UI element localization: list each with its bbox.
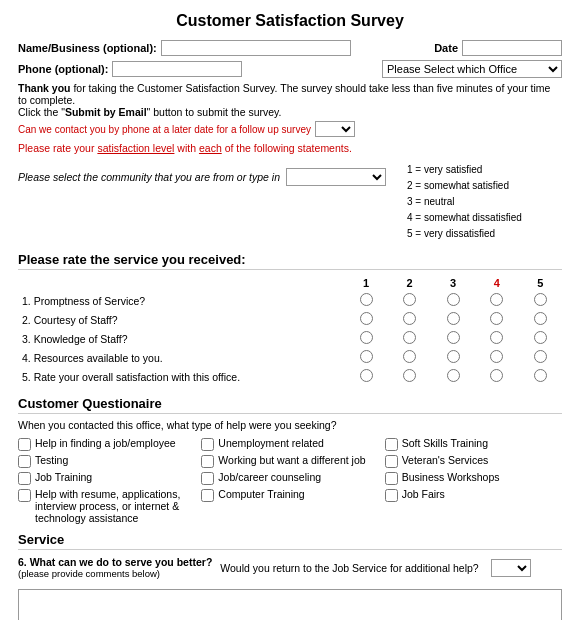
serve-row: 6. What can we do to serve you better? (… [18, 556, 562, 579]
rating-table: 1 2 3 4 5 1. Promptness of Service? 2. C… [18, 275, 562, 386]
checkbox-item-job-fairs: Job Fairs [385, 488, 562, 524]
checkbox-soft-skills-label: Soft Skills Training [402, 437, 488, 449]
checkbox-resume-label: Help with resume, applications, intervie… [35, 488, 195, 524]
rating-col-1: 1 [344, 275, 388, 291]
checkbox-computer-label: Computer Training [218, 488, 304, 500]
q1-r2[interactable] [388, 291, 432, 310]
q5-r5[interactable] [518, 367, 562, 386]
checkbox-item-workshops: Business Workshops [385, 471, 562, 485]
checkbox-resume[interactable] [18, 489, 31, 502]
community-col: Please select the community that you are… [18, 168, 407, 186]
phone-office-row: Phone (optional): Please Select which Of… [18, 60, 562, 78]
checkbox-item-job: Help in finding a job/employee [18, 437, 195, 451]
community-area: Please select the community that you are… [18, 162, 562, 242]
name-label: Name/Business (optional): [18, 42, 157, 54]
q1-r4[interactable] [475, 291, 519, 310]
checkbox-soft-skills[interactable] [385, 438, 398, 451]
legend-item-2: 2 = somewhat satisfied [407, 178, 562, 194]
community-label: Please select the community that you are… [18, 171, 280, 183]
q4-r3[interactable] [431, 348, 475, 367]
q1-r3[interactable] [431, 291, 475, 310]
table-row: 3. Knowledge of Staff? [18, 329, 562, 348]
rate-instruction: Please rate your satisfaction level with… [18, 142, 562, 154]
rating-col-4: 4 [475, 275, 519, 291]
contact-row: Can we contact you by phone at a later d… [18, 121, 562, 137]
community-select[interactable] [286, 168, 386, 186]
checkbox-item-resume: Help with resume, applications, intervie… [18, 488, 195, 524]
q2-r2[interactable] [388, 310, 432, 329]
checkbox-testing[interactable] [18, 455, 31, 468]
rating-header-blank [18, 275, 344, 291]
checkbox-item-counseling: Job/career counseling [201, 471, 378, 485]
name-date-row: Name/Business (optional): Date [18, 40, 562, 56]
q1-r5[interactable] [518, 291, 562, 310]
checkbox-different-job[interactable] [201, 455, 214, 468]
contact-select[interactable]: Yes No [315, 121, 355, 137]
q2-r4[interactable] [475, 310, 519, 329]
q5-r2[interactable] [388, 367, 432, 386]
legend-item-1: 1 = very satisfied [407, 162, 562, 178]
rating-col-3: 3 [431, 275, 475, 291]
q4-r2[interactable] [388, 348, 432, 367]
service-heading: Please rate the service you received: [18, 252, 562, 270]
checkbox-unemployment-label: Unemployment related [218, 437, 324, 449]
questionaire-heading: Customer Questionaire [18, 396, 562, 414]
q3-r1[interactable] [344, 329, 388, 348]
table-row: 1. Promptness of Service? [18, 291, 562, 310]
phone-input[interactable] [112, 61, 242, 77]
table-row: 2. Courtesy of Staff? [18, 310, 562, 329]
q3-r2[interactable] [388, 329, 432, 348]
table-row: 5. Rate your overall satisfaction with t… [18, 367, 562, 386]
checkbox-counseling-label: Job/career counseling [218, 471, 321, 483]
questionaire-subtitle: When you contacted this office, what typ… [18, 419, 562, 431]
q2-label: 2. Courtesy of Staff? [18, 310, 344, 329]
q2-r3[interactable] [431, 310, 475, 329]
table-row: 4. Resources available to you. [18, 348, 562, 367]
checkbox-counseling[interactable] [201, 472, 214, 485]
name-input[interactable] [161, 40, 351, 56]
checkbox-veterans[interactable] [385, 455, 398, 468]
return-select[interactable]: Yes No [491, 559, 531, 577]
q4-r1[interactable] [344, 348, 388, 367]
q5-r1[interactable] [344, 367, 388, 386]
checkbox-grid: Help in finding a job/employee Unemploym… [18, 437, 562, 524]
date-input[interactable] [462, 40, 562, 56]
q3-r5[interactable] [518, 329, 562, 348]
office-select[interactable]: Please Select which Office Office A Offi… [382, 60, 562, 78]
q1-r1[interactable] [344, 291, 388, 310]
checkbox-item-different-job: Working but want a different job [201, 454, 378, 468]
service-section2: Service 6. What can we do to serve you b… [18, 532, 562, 620]
checkbox-job[interactable] [18, 438, 31, 451]
checkbox-job-training-label: Job Training [35, 471, 92, 483]
checkbox-computer[interactable] [201, 489, 214, 502]
questionaire-section: Customer Questionaire When you contacted… [18, 396, 562, 524]
comment-box[interactable] [18, 589, 562, 620]
checkbox-item-veterans: Veteran's Services [385, 454, 562, 468]
legend-item-3: 3 = neutral [407, 194, 562, 210]
date-label: Date [434, 42, 458, 54]
q2-r1[interactable] [344, 310, 388, 329]
q3-r3[interactable] [431, 329, 475, 348]
checkbox-job-training[interactable] [18, 472, 31, 485]
legend: 1 = very satisfied 2 = somewhat satisfie… [407, 162, 562, 242]
q3-r4[interactable] [475, 329, 519, 348]
return-label: Would you return to the Job Service for … [220, 562, 478, 574]
checkbox-item-soft-skills: Soft Skills Training [385, 437, 562, 451]
q2-r5[interactable] [518, 310, 562, 329]
checkbox-job-fairs-label: Job Fairs [402, 488, 445, 500]
q4-r4[interactable] [475, 348, 519, 367]
q3-label: 3. Knowledge of Staff? [18, 329, 344, 348]
q5-r4[interactable] [475, 367, 519, 386]
q4-r5[interactable] [518, 348, 562, 367]
q6-sub: (please provide comments below) [18, 568, 212, 579]
checkbox-workshops-label: Business Workshops [402, 471, 500, 483]
checkbox-job-label: Help in finding a job/employee [35, 437, 176, 449]
q5-r3[interactable] [431, 367, 475, 386]
checkbox-unemployment[interactable] [201, 438, 214, 451]
checkbox-job-fairs[interactable] [385, 489, 398, 502]
checkbox-workshops[interactable] [385, 472, 398, 485]
checkbox-item-computer: Computer Training [201, 488, 378, 524]
checkbox-veterans-label: Veteran's Services [402, 454, 489, 466]
service-section: Please rate the service you received: 1 … [18, 252, 562, 386]
legend-item-4: 4 = somewhat dissatisfied [407, 210, 562, 226]
